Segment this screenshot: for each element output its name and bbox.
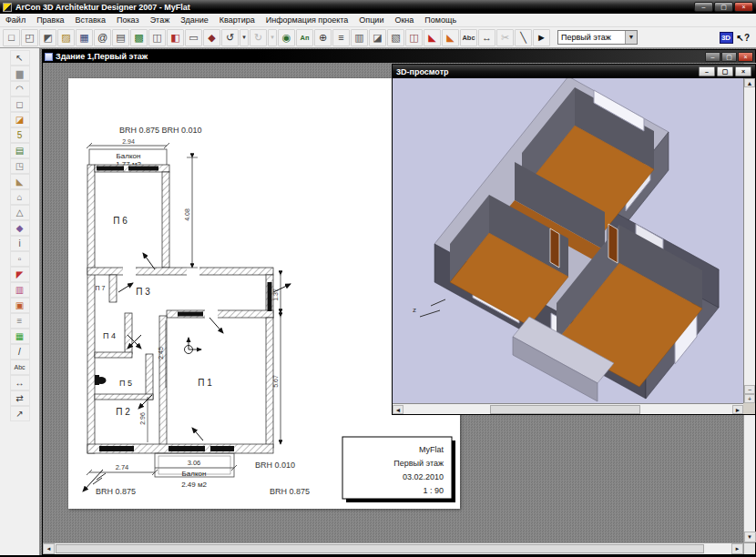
- chevron-down-icon[interactable]: ▼: [625, 31, 637, 44]
- scroll-left-icon[interactable]: ◄: [43, 543, 55, 554]
- viewer3d-titlebar[interactable]: 3D-просмотр – ▢ ×: [393, 65, 755, 78]
- slab-tool[interactable]: ◳: [10, 158, 30, 174]
- viewer-scroll-up-icon[interactable]: ▲: [744, 78, 755, 87]
- viewer-zoom-out-icon[interactable]: −: [744, 385, 755, 394]
- export-image-button[interactable]: ▩: [130, 29, 148, 46]
- door-tool[interactable]: ◪: [10, 112, 30, 127]
- new-button[interactable]: □: [3, 29, 20, 46]
- print-button[interactable]: ▤: [112, 29, 129, 46]
- viewer3d-minimize-button[interactable]: –: [699, 66, 715, 76]
- viewer-hscroll-track[interactable]: [404, 405, 732, 414]
- plan-close-button[interactable]: ×: [738, 52, 753, 62]
- catalog5-tool[interactable]: 5: [10, 127, 30, 143]
- viewer3d-vscrollbar[interactable]: ▲ − +: [743, 78, 755, 403]
- dimension2-tool[interactable]: ⇄: [10, 390, 30, 406]
- dimension-tool[interactable]: ↔: [10, 375, 30, 390]
- flag-red-button[interactable]: ◣: [424, 29, 441, 46]
- curved-wall-tool[interactable]: ◠: [10, 81, 30, 96]
- menu-item-3[interactable]: Показ: [111, 15, 145, 25]
- plan-hscroll-thumb[interactable]: [56, 544, 704, 553]
- terrain-tool[interactable]: ≡: [10, 313, 30, 329]
- floor-select[interactable]: Первый этаж ▼: [557, 30, 638, 45]
- line-tool[interactable]: /: [10, 344, 30, 360]
- outline-button[interactable]: ▭: [185, 29, 202, 46]
- scissors-button[interactable]: ✂: [496, 29, 514, 46]
- roof-tool[interactable]: ⌂: [10, 189, 30, 205]
- vegetation-tool[interactable]: ▦: [10, 329, 30, 344]
- plan-hscrollbar[interactable]: ◄ ►: [43, 542, 743, 554]
- menu-item-7[interactable]: Информация проекта: [261, 15, 354, 25]
- viewer-scroll-right-icon[interactable]: ►: [732, 405, 743, 414]
- hatch-button[interactable]: ▧: [387, 29, 404, 46]
- north-arrow-tool[interactable]: ↗: [10, 406, 30, 421]
- pen-button[interactable]: ╲: [515, 29, 532, 46]
- select-tool[interactable]: ↖: [10, 50, 30, 66]
- text-tool[interactable]: Abc: [10, 360, 30, 375]
- save-button[interactable]: ▦: [76, 29, 93, 46]
- menu-item-0[interactable]: Файл: [0, 15, 31, 25]
- transfer-button[interactable]: ◫: [148, 29, 166, 46]
- wizard-icon: ◆: [208, 32, 215, 44]
- close-button[interactable]: ×: [734, 2, 753, 12]
- undo-menu-button[interactable]: ▾: [240, 29, 249, 46]
- project-options-button[interactable]: ◩: [39, 29, 56, 46]
- menu-item-10[interactable]: Помощь: [419, 15, 462, 25]
- wizard-button[interactable]: ◆: [203, 29, 220, 46]
- split-view-button[interactable]: ◫: [405, 29, 423, 46]
- material-tool[interactable]: ▣: [10, 298, 30, 313]
- plan-window-titlebar[interactable]: Здание 1,Первый этаж – ▢ ×: [43, 50, 755, 63]
- redo-menu-button[interactable]: ▾: [268, 29, 277, 46]
- hidden-walls-button[interactable]: ◪: [369, 29, 386, 46]
- beam-tool[interactable]: ◣: [10, 174, 30, 189]
- context-help-icon[interactable]: ↖?: [737, 33, 751, 43]
- menu-item-1[interactable]: Правка: [31, 15, 69, 25]
- menu-item-8[interactable]: Опции: [353, 15, 389, 25]
- viewer3d-hscrollbar[interactable]: ◄ ►: [393, 403, 743, 414]
- stairs-tool[interactable]: ▤: [10, 143, 30, 158]
- flag-orange-button[interactable]: ◣: [442, 29, 459, 46]
- banner-tool[interactable]: ▥: [10, 282, 30, 298]
- undo-button[interactable]: ↺: [221, 29, 239, 46]
- menu-item-5[interactable]: Здание: [175, 15, 214, 25]
- text-label-button[interactable]: Abc: [460, 29, 477, 46]
- viewer-zoom-in-icon[interactable]: +: [744, 394, 755, 403]
- minimize-button[interactable]: –: [694, 2, 713, 12]
- wall-tool[interactable]: ▆: [10, 66, 30, 81]
- zoom-text-button[interactable]: Aп: [296, 29, 313, 46]
- object-tool[interactable]: ▫: [10, 251, 30, 267]
- column-tool[interactable]: i: [10, 236, 30, 251]
- scroll-right-icon[interactable]: ►: [731, 543, 743, 554]
- menu-item-6[interactable]: Квартира: [214, 15, 261, 25]
- open-project-button[interactable]: ◰: [21, 29, 38, 46]
- line-weight-button[interactable]: ≡: [332, 29, 350, 46]
- zoom-button[interactable]: ◉: [278, 29, 295, 46]
- resize-corner[interactable]: [743, 542, 755, 554]
- viewer3d-close-button[interactable]: ×: [735, 66, 751, 76]
- plan-maximize-button[interactable]: ▢: [721, 52, 737, 62]
- send-mail-button[interactable]: @: [94, 29, 111, 46]
- skylight-tool[interactable]: ◆: [10, 220, 30, 236]
- open-button[interactable]: ▨: [57, 29, 75, 46]
- menu-item-4[interactable]: Этаж: [145, 15, 176, 25]
- plan-mode-button[interactable]: ◧: [167, 29, 184, 46]
- dimension-icon: ↔: [482, 32, 492, 43]
- main-toolbar: □◰◩▨▦@▤▩◫◧▭◆↺▾↻▾◉Aп⊕≡▥◪▧◫◣◣Abc↔✂╲► Первы…: [0, 27, 756, 48]
- maximize-button[interactable]: ▢: [714, 2, 733, 12]
- menu-item-9[interactable]: Окна: [389, 15, 419, 25]
- dimension-button[interactable]: ↔: [478, 29, 495, 46]
- viewer3d-canvas[interactable]: z: [393, 78, 743, 403]
- scroll-down-icon[interactable]: ▼: [744, 532, 756, 542]
- wall-view-button[interactable]: ▥: [351, 29, 368, 46]
- origin-button[interactable]: ⊕: [314, 29, 332, 46]
- redo-button[interactable]: ↻: [250, 29, 267, 46]
- viewer-hscroll-thumb[interactable]: [490, 405, 640, 414]
- viewer3d-maximize-button[interactable]: ▢: [717, 66, 733, 76]
- view-3d-button[interactable]: 3D: [720, 32, 733, 44]
- room-tool[interactable]: ◤: [10, 267, 30, 282]
- menu-item-2[interactable]: Вставка: [70, 15, 111, 25]
- pointer-black-button[interactable]: ►: [533, 29, 550, 46]
- dormer-tool[interactable]: △: [10, 205, 30, 220]
- viewer-scroll-left-icon[interactable]: ◄: [393, 405, 404, 414]
- window-tool[interactable]: ◻: [10, 96, 30, 112]
- plan-minimize-button[interactable]: –: [705, 52, 720, 62]
